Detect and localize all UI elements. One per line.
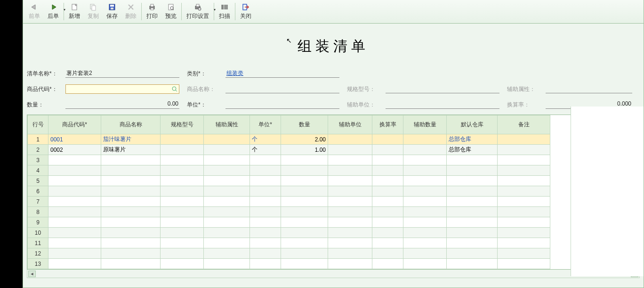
table-cell[interactable] [250,155,281,165]
table-cell[interactable] [372,207,403,217]
column-header[interactable]: 备注 [498,115,550,134]
table-cell[interactable] [204,248,250,259]
table-cell[interactable] [498,145,550,155]
table-cell[interactable] [498,238,550,248]
table-cell[interactable] [281,176,328,186]
table-cell[interactable] [447,228,498,238]
table-row[interactable]: 3 [28,155,550,165]
table-cell[interactable] [48,165,101,176]
new-button[interactable]: 新增 [65,1,84,22]
table-cell[interactable] [161,145,204,155]
table-cell[interactable] [101,155,161,165]
table-cell[interactable] [498,134,550,145]
table-cell[interactable] [328,176,372,186]
table-cell[interactable] [498,228,550,238]
table-cell[interactable] [372,165,403,176]
column-header[interactable]: 数量 [281,115,328,134]
table-cell[interactable] [328,228,372,238]
table-cell[interactable]: 总部仓库 [447,134,498,145]
table-cell[interactable] [281,217,328,228]
table-cell[interactable]: 0002 [48,145,101,155]
table-cell[interactable] [372,238,403,248]
table-cell[interactable] [204,197,250,207]
table-cell[interactable] [403,207,447,217]
table-cell[interactable] [498,186,550,197]
detail-grid[interactable]: 行号商品代码*商品名称规格型号辅助属性单位*数量辅助单位换算率辅助数量默认仓库备… [27,115,550,269]
table-cell[interactable] [328,165,372,176]
table-cell[interactable] [48,228,101,238]
column-header[interactable]: 行号 [28,115,48,134]
table-cell[interactable] [161,207,204,217]
table-cell[interactable] [250,259,281,269]
table-cell[interactable] [48,259,101,269]
table-cell[interactable] [161,165,204,176]
table-cell[interactable] [48,197,101,207]
table-cell[interactable] [250,228,281,238]
table-cell[interactable] [403,145,447,155]
table-cell[interactable] [101,176,161,186]
column-header[interactable]: 换算率 [372,115,403,134]
table-cell[interactable] [204,155,250,165]
table-cell[interactable] [498,259,550,269]
table-cell[interactable]: 个 [250,145,281,155]
table-cell[interactable]: 总部仓库 [447,145,498,155]
table-cell[interactable] [328,145,372,155]
table-cell[interactable] [498,217,550,228]
table-cell[interactable] [372,259,403,269]
table-cell[interactable] [328,134,372,145]
print-settings-button[interactable]: 打印设置 ▾ [183,1,213,22]
table-cell[interactable] [161,186,204,197]
table-cell[interactable]: 茄汁味薯片 [101,134,161,145]
table-cell[interactable]: 2.00 [281,134,328,145]
table-cell[interactable] [161,238,204,248]
table-cell[interactable] [161,259,204,269]
preview-button[interactable]: 预览 [161,1,180,22]
column-header[interactable]: 默认仓库 [447,115,498,134]
table-cell[interactable] [281,186,328,197]
unit-field[interactable] [225,100,339,109]
table-row[interactable]: 12 [28,248,550,259]
category-field[interactable]: 组装类 [225,69,339,78]
table-cell[interactable] [204,134,250,145]
table-cell[interactable] [447,186,498,197]
aux-attr-field[interactable] [546,85,632,93]
table-cell[interactable] [372,248,403,259]
table-cell[interactable] [161,197,204,207]
table-row[interactable]: 10001茄汁味薯片个2.00总部仓库 [28,134,550,145]
table-cell[interactable] [161,217,204,228]
column-header[interactable]: 单位* [250,115,281,134]
table-cell[interactable] [250,197,281,207]
table-cell[interactable] [328,248,372,259]
horizontal-scrollbar[interactable]: ◄ ► [27,270,640,278]
table-cell[interactable] [48,217,101,228]
copy-button[interactable]: 复制 [84,1,103,22]
table-cell[interactable] [498,248,550,259]
table-cell[interactable]: 0001 [48,134,101,145]
table-cell[interactable] [48,176,101,186]
table-cell[interactable] [161,155,204,165]
table-cell[interactable]: 1.00 [281,145,328,155]
qty-field[interactable]: 0.00 [65,100,179,109]
table-cell[interactable] [328,259,372,269]
table-cell[interactable] [403,197,447,207]
table-row[interactable]: 9 [28,217,550,228]
product-code-input[interactable] [65,84,179,94]
table-cell[interactable] [372,197,403,207]
next-bill-button[interactable]: 后单 ▾ [44,1,63,22]
column-header[interactable]: 商品名称 [101,115,161,134]
table-cell[interactable] [204,217,250,228]
table-cell[interactable] [204,238,250,248]
table-cell[interactable] [101,186,161,197]
table-cell[interactable] [447,238,498,248]
table-cell[interactable] [498,176,550,186]
table-cell[interactable] [447,197,498,207]
product-name-field[interactable] [225,85,339,93]
table-cell[interactable] [447,165,498,176]
table-cell[interactable] [48,186,101,197]
table-cell[interactable] [372,134,403,145]
table-cell[interactable] [281,259,328,269]
lookup-icon[interactable] [171,86,178,92]
table-cell[interactable] [498,197,550,207]
table-cell[interactable] [250,248,281,259]
table-cell[interactable] [447,207,498,217]
